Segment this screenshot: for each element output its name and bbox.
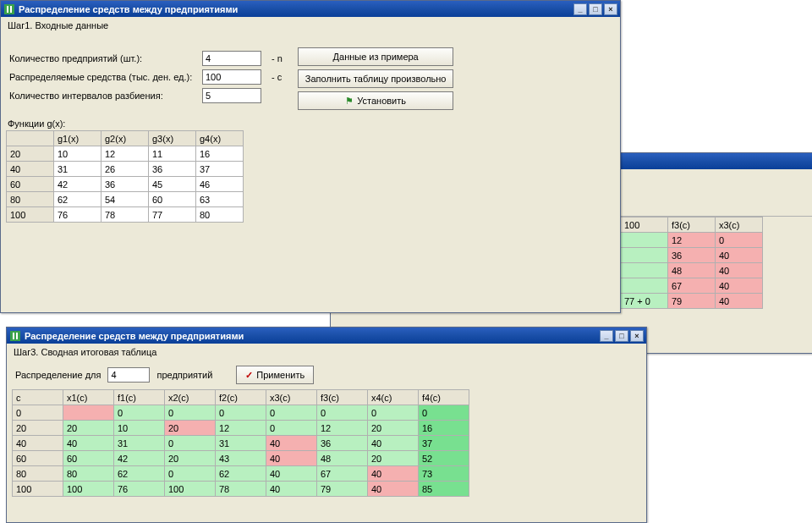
cell[interactable] xyxy=(621,233,668,248)
cell[interactable]: 79 xyxy=(668,294,716,309)
cell[interactable]: 45 xyxy=(149,177,196,192)
row-header[interactable]: 100 xyxy=(13,482,63,497)
cell[interactable]: 48 xyxy=(668,263,716,278)
cell[interactable]: 36 xyxy=(102,177,149,192)
cell[interactable]: 78 xyxy=(102,207,149,223)
cell[interactable]: 85 xyxy=(419,482,469,497)
cell[interactable] xyxy=(621,278,668,294)
cell[interactable]: 0 xyxy=(165,436,216,451)
cell[interactable]: 80 xyxy=(196,207,244,223)
cell[interactable]: 0 xyxy=(114,405,165,421)
cell[interactable]: 73 xyxy=(419,466,469,482)
cell[interactable]: 62 xyxy=(54,192,102,207)
cell[interactable]: 40 xyxy=(368,466,419,482)
cell[interactable]: 20 xyxy=(165,421,216,436)
minimize-button[interactable]: _ xyxy=(600,330,613,342)
cell[interactable]: 40 xyxy=(63,436,114,451)
cell[interactable]: 40 xyxy=(716,248,763,263)
cell[interactable]: 0 xyxy=(317,405,368,421)
cell[interactable]: 40 xyxy=(368,436,419,451)
g-functions-table[interactable]: g1(x)g2(x)g3(x)g4(x)20101211164031263637… xyxy=(6,130,244,223)
cell[interactable]: 100 xyxy=(63,482,114,497)
cell[interactable]: 16 xyxy=(419,421,469,436)
cell[interactable]: 62 xyxy=(216,466,266,482)
cell[interactable] xyxy=(621,263,668,278)
cell[interactable]: 67 xyxy=(317,466,368,482)
cell[interactable]: 0 xyxy=(419,405,469,421)
cell[interactable]: 40 xyxy=(716,263,763,278)
cell[interactable]: 20 xyxy=(368,421,419,436)
cell[interactable]: 78 xyxy=(216,482,266,497)
close-button[interactable]: × xyxy=(630,330,644,342)
cell[interactable]: 0 xyxy=(266,421,317,436)
input-n[interactable] xyxy=(202,51,261,66)
cell[interactable]: 37 xyxy=(196,162,244,177)
cell[interactable]: 42 xyxy=(114,451,165,466)
cell[interactable]: 76 xyxy=(54,207,102,223)
cell[interactable]: 80 xyxy=(63,466,114,482)
cell[interactable]: 31 xyxy=(54,162,102,177)
random-fill-button[interactable]: Заполнить таблицу произвольно xyxy=(298,69,454,88)
cell[interactable]: 60 xyxy=(63,451,114,466)
cell[interactable]: 76 xyxy=(114,482,165,497)
cell[interactable]: 100 xyxy=(165,482,216,497)
cell[interactable]: 54 xyxy=(102,192,149,207)
titlebar-step1[interactable]: Распределение средств между предприятиям… xyxy=(1,1,620,17)
cell[interactable]: 0 xyxy=(716,233,763,248)
apply-button[interactable]: ✓ Применить xyxy=(236,366,314,384)
cell[interactable]: 48 xyxy=(317,451,368,466)
cell[interactable]: 36 xyxy=(149,162,196,177)
cell[interactable]: 37 xyxy=(419,436,469,451)
cell[interactable]: 31 xyxy=(114,436,165,451)
cell[interactable]: 0 xyxy=(165,466,216,482)
row-header[interactable]: 80 xyxy=(13,466,63,482)
row-header[interactable]: 60 xyxy=(7,177,54,192)
cell[interactable]: 10 xyxy=(114,421,165,436)
row-header[interactable]: 80 xyxy=(7,192,54,207)
row-header[interactable]: 20 xyxy=(13,421,63,436)
titlebar-step3[interactable]: Распределение средств между предприятиям… xyxy=(7,328,646,344)
cell[interactable]: 20 xyxy=(165,451,216,466)
cell[interactable]: 26 xyxy=(102,162,149,177)
cell[interactable]: 42 xyxy=(54,177,102,192)
cell[interactable]: 12 xyxy=(668,233,716,248)
input-c[interactable] xyxy=(202,69,261,85)
cell[interactable]: 16 xyxy=(196,146,244,162)
cell[interactable]: 0 xyxy=(216,405,266,421)
cell[interactable]: 20 xyxy=(368,451,419,466)
row-header[interactable]: 20 xyxy=(7,146,54,162)
cell[interactable]: 12 xyxy=(216,421,266,436)
cell[interactable]: 62 xyxy=(114,466,165,482)
summary-table[interactable]: cx1(c)f1(c)x2(c)f2(c)x3(c)f3(c)x4(c)f4(c… xyxy=(12,389,469,497)
row-header[interactable]: 40 xyxy=(7,162,54,177)
cell[interactable]: 77 + 0 xyxy=(621,294,668,309)
cell[interactable] xyxy=(621,248,668,263)
cell[interactable]: 46 xyxy=(196,177,244,192)
cell[interactable]: 52 xyxy=(419,451,469,466)
cell[interactable]: 63 xyxy=(196,192,244,207)
cell[interactable]: 77 xyxy=(149,207,196,223)
cell[interactable]: 40 xyxy=(368,482,419,497)
cell[interactable]: 20 xyxy=(63,421,114,436)
cell[interactable]: 40 xyxy=(716,278,763,294)
row-header[interactable]: 40 xyxy=(13,436,63,451)
cell[interactable]: 43 xyxy=(216,451,266,466)
cell[interactable]: 36 xyxy=(668,248,716,263)
cell[interactable]: 0 xyxy=(368,405,419,421)
cell[interactable]: 10 xyxy=(54,146,102,162)
cell[interactable]: 40 xyxy=(266,451,317,466)
cell[interactable]: 40 xyxy=(266,436,317,451)
maximize-button[interactable]: □ xyxy=(615,330,628,342)
cell[interactable]: 36 xyxy=(317,436,368,451)
cell[interactable]: 0 xyxy=(165,405,216,421)
cell[interactable]: 67 xyxy=(668,278,716,294)
cell[interactable]: 40 xyxy=(266,482,317,497)
cell[interactable]: 60 xyxy=(149,192,196,207)
maximize-button[interactable]: □ xyxy=(589,3,602,15)
cell[interactable]: 12 xyxy=(102,146,149,162)
cell[interactable]: 12 xyxy=(317,421,368,436)
enterprise-count-spinner[interactable] xyxy=(107,367,150,383)
row-header[interactable]: 100 xyxy=(7,207,54,223)
cell[interactable]: 31 xyxy=(216,436,266,451)
set-button[interactable]: ⚑ Установить xyxy=(298,91,454,110)
